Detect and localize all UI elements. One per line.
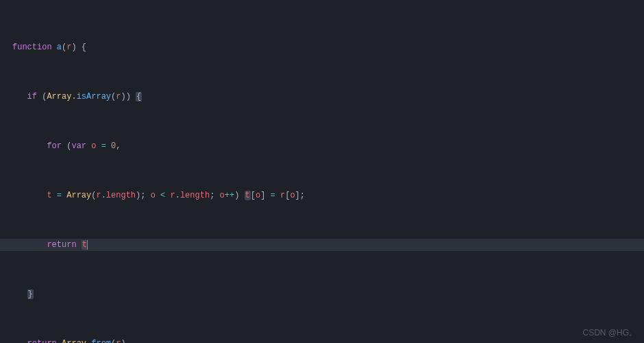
code-line[interactable]: return t: [0, 239, 644, 251]
code-line[interactable]: return Array.from(r): [0, 338, 644, 343]
watermark-text: CSDN @HG。: [582, 327, 637, 339]
code-line[interactable]: }: [0, 288, 644, 300]
code-line[interactable]: if (Array.isArray(r)) {: [0, 91, 644, 103]
code-line[interactable]: function a(r) {: [0, 41, 644, 54]
code-line[interactable]: for (var o = 0,: [0, 140, 644, 152]
code-editor[interactable]: function a(r) { if (Array.isArray(r)) { …: [0, 0, 644, 343]
code-line[interactable]: t = Array(r.length); o < r.length; o++) …: [0, 189, 644, 202]
text-cursor: [87, 240, 88, 250]
